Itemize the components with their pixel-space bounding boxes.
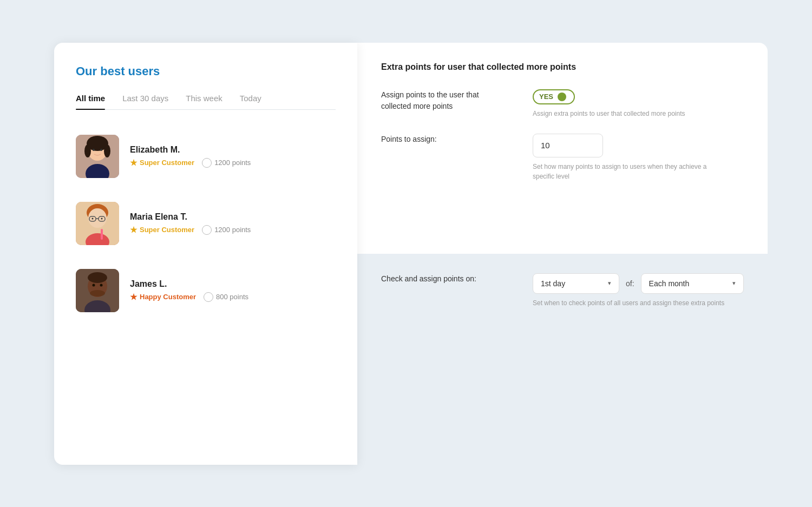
points-hint: Set how many points to assign to users w… [533,162,728,181]
avatar [76,269,119,312]
tab-all-time[interactable]: All time [76,94,105,109]
points-circle-icon [204,292,213,302]
check-hint: Set when to check points of all users an… [533,298,728,308]
user-points: 800 points [204,292,248,302]
user-item: Elizabeth M. ★ Super Customer 1200 point… [76,129,336,183]
check-control: 1st day ▾ of: Each month ▾ Set when to c… [533,273,744,308]
star-icon: ★ [130,292,137,302]
of-label: of: [626,279,634,288]
assign-points-row: Assign points to the user that collected… [381,89,744,118]
svg-point-7 [100,149,102,151]
star-icon: ★ [130,158,137,168]
right-top-section: Extra points for user that collected mor… [357,43,768,254]
svg-point-22 [93,284,95,286]
user-info: James L. ★ Happy Customer 800 points [130,279,248,302]
tab-last-30-days[interactable]: Last 30 days [122,94,168,109]
right-panel: Extra points for user that collected mor… [357,43,768,465]
avatar [76,135,119,178]
period-dropdown[interactable]: Each month ▾ [641,273,744,294]
user-meta: ★ Super Customer 1200 points [130,225,251,235]
user-badge: ★ Happy Customer [130,292,196,302]
points-control: Set how many points to assign to users w… [533,134,728,181]
user-name: Maria Elena T. [130,212,251,222]
svg-point-15 [92,218,94,219]
yes-toggle[interactable]: YES [533,89,575,104]
assign-label: Assign points to the user that collected… [381,89,500,112]
svg-point-24 [90,290,105,297]
user-badge: ★ Super Customer [130,158,194,168]
svg-point-16 [101,218,103,219]
user-name: Elizabeth M. [130,145,251,155]
page-title: Our best users [76,64,336,78]
assign-control: YES Assign extra points to user that col… [533,89,685,118]
assign-hint: Assign extra points to user that collect… [533,109,685,118]
svg-point-3 [84,144,91,157]
user-meta: ★ Happy Customer 800 points [130,292,248,302]
section-title: Extra points for user that collected mor… [381,62,744,72]
svg-rect-17 [101,229,103,240]
svg-point-23 [100,284,103,286]
points-input[interactable] [533,134,603,157]
points-circle-icon [202,225,212,235]
user-name: James L. [130,279,248,289]
tab-today[interactable]: Today [240,94,261,109]
avatar [76,202,119,245]
user-badge: ★ Super Customer [130,225,194,235]
day-dropdown[interactable]: 1st day ▾ [533,273,619,294]
check-assign-label: Check and assign points on: [381,273,500,285]
svg-point-20 [88,272,107,283]
user-list: Elizabeth M. ★ Super Customer 1200 point… [76,129,336,318]
user-points: 1200 points [202,158,251,168]
star-icon: ★ [130,225,137,235]
user-info: Elizabeth M. ★ Super Customer 1200 point… [130,145,251,168]
tab-this-week[interactable]: This week [186,94,222,109]
user-meta: ★ Super Customer 1200 points [130,158,251,168]
points-assign-row: Points to assign: Set how many points to… [381,134,744,181]
toggle-label: YES [539,93,553,101]
user-info: Maria Elena T. ★ Super Customer 1200 poi… [130,212,251,235]
page-wrapper: Our best users All time Last 30 days Thi… [54,43,758,465]
check-assign-row: Check and assign points on: 1st day ▾ of… [381,273,744,308]
left-panel: Our best users All time Last 30 days Thi… [54,43,357,465]
right-bottom-section: Check and assign points on: 1st day ▾ of… [357,254,768,465]
chevron-down-icon: ▾ [608,280,611,287]
points-circle-icon [202,158,212,168]
chevron-down-icon: ▾ [732,280,736,287]
points-assign-label: Points to assign: [381,134,500,145]
svg-point-4 [104,144,110,157]
user-item: Maria Elena T. ★ Super Customer 1200 poi… [76,196,336,251]
toggle-dot-icon [558,93,566,101]
svg-point-6 [93,149,95,151]
user-item: James L. ★ Happy Customer 800 points [76,264,336,318]
user-points: 1200 points [202,225,251,235]
select-row: 1st day ▾ of: Each month ▾ [533,273,744,294]
tabs-bar: All time Last 30 days This week Today [76,94,336,110]
svg-point-10 [88,208,107,228]
